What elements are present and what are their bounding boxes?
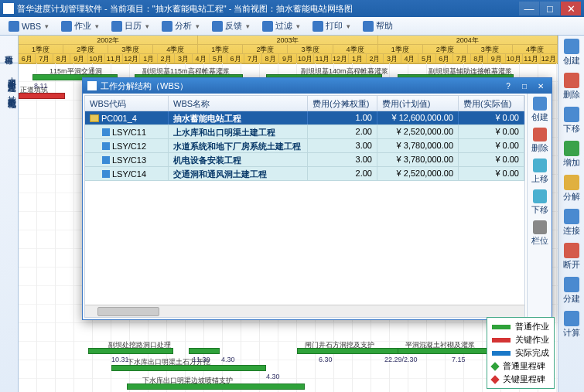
- grid-hscroll[interactable]: [85, 305, 524, 317]
- month-cell: 10月: [297, 54, 314, 63]
- maximize-button[interactable]: □: [540, 2, 560, 15]
- page-icon: [102, 156, 110, 164]
- dialog-help-button[interactable]: ?: [502, 80, 514, 91]
- month-cell: 10月: [88, 54, 105, 63]
- scroll-thumb[interactable]: [97, 307, 159, 316]
- month-cell: 7月: [244, 54, 261, 63]
- col-header[interactable]: 费用(计划值): [377, 96, 459, 111]
- toolbar-feedback-button[interactable]: 反馈: [208, 19, 254, 33]
- month-cell: 1月: [349, 54, 366, 63]
- delete-icon: [564, 73, 579, 88]
- year-cell: 2003年: [198, 36, 377, 44]
- gantt-date: 4.30: [221, 356, 235, 363]
- rtool-calc-button[interactable]: 计算: [563, 311, 580, 339]
- close-button[interactable]: ✕: [561, 2, 581, 15]
- legend-swatch: [492, 351, 511, 356]
- gantt-date: 22.29/2.30: [384, 356, 418, 363]
- gantt-header: 2002年2003年2004年 1季度2季度3季度4季度1季度2季度3季度4季度…: [19, 36, 558, 64]
- print-icon: [312, 21, 323, 32]
- legend-swatch: [492, 338, 511, 343]
- quarter-cell: 3季度: [468, 45, 513, 53]
- gantt-label: 副坝坝基115m高程帷幕灌浆: [142, 66, 230, 77]
- legend-row: 实际完成: [492, 347, 549, 359]
- wbs-row[interactable]: LSY/C12水道系统和地下厂房系统土建工程3.00¥ 3,780,000.00…: [85, 139, 524, 153]
- gantt-bar[interactable]: [189, 348, 220, 354]
- page-icon: [102, 142, 110, 150]
- month-cell: 6月: [19, 54, 36, 63]
- down-icon: [564, 107, 579, 122]
- month-cell: 2月: [367, 54, 384, 63]
- month-cell: 5月: [210, 54, 227, 63]
- work-icon: [61, 21, 72, 32]
- quarter-cell: 4季度: [513, 45, 558, 53]
- month-cell: 9月: [279, 54, 296, 63]
- rtool-decompose-button[interactable]: 分解: [563, 175, 580, 203]
- toolbar-filter-button[interactable]: 过滤: [258, 19, 304, 33]
- quarter-cell: 1季度: [198, 45, 243, 53]
- toolbar-help-button[interactable]: 帮助: [359, 19, 397, 33]
- rtool-create-button[interactable]: 创建: [563, 39, 580, 66]
- month-cell: 12月: [123, 54, 140, 63]
- dlg-side-down-button[interactable]: 下移: [531, 189, 548, 216]
- rtool-down-button[interactable]: 下移: [563, 107, 580, 135]
- gantt-date: 7.15: [452, 356, 466, 363]
- break-icon: [564, 243, 579, 258]
- month-cell: 1月: [140, 54, 157, 63]
- minimize-button[interactable]: —: [519, 2, 539, 15]
- grid-header: WBS代码WBS名称费用(分摊权重)费用(计划值)费用(实际值): [85, 96, 524, 111]
- wbs-row[interactable]: LSY/C14交通洞和通风洞土建工程2.00¥ 2,520,000.00¥ 0.…: [85, 167, 524, 181]
- toolbar-analyze-button[interactable]: 分析: [158, 19, 203, 33]
- col-header[interactable]: 费用(分摊权重): [308, 96, 377, 111]
- rtool-connect-button[interactable]: 连接: [563, 209, 580, 237]
- dlg-side-delete-button[interactable]: 删除: [531, 128, 548, 154]
- left-column: 项目名称 上水库和出口明渠土建工程 抽水蓄能电站工程: [0, 36, 19, 392]
- wbs-row[interactable]: PC001_4抽水蓄能电站工程1.00¥ 12,600,000.00¥ 0.00: [85, 111, 524, 125]
- legend-diamond: [490, 375, 499, 383]
- wbs-grid[interactable]: WBS代码WBS名称费用(分摊权重)费用(计划值)费用(实际值) PC001_4…: [84, 95, 525, 318]
- wbs-row[interactable]: LSY/C13机电设备安装工程3.00¥ 3,780,000.00¥ 0.00: [85, 153, 524, 167]
- dlg-side-create-button[interactable]: 创建: [531, 97, 548, 123]
- month-cell: 12月: [541, 54, 558, 63]
- feedback-icon: [212, 21, 223, 32]
- gantt-label: 115m平洞交通洞: [50, 66, 102, 77]
- month-cell: 10月: [506, 54, 523, 63]
- rtool-clone-button[interactable]: 分建: [563, 277, 580, 305]
- col-header[interactable]: WBS代码: [85, 96, 169, 111]
- wbs-row[interactable]: LSY/C11上水库和出口明渠土建工程2.00¥ 2,520,000.00¥ 0…: [85, 125, 524, 139]
- create-icon: [533, 97, 547, 111]
- toolbar-print-button[interactable]: 打印: [309, 19, 354, 33]
- toolbar-work-button[interactable]: 作业: [57, 19, 103, 33]
- gantt-date: 6.30: [319, 356, 333, 363]
- legend-row: 普通里程碑: [492, 360, 549, 372]
- dlg-side-up-button[interactable]: 上移: [531, 159, 548, 185]
- main-toolbar: WBS作业日历分析反馈过滤打印帮助: [0, 17, 584, 36]
- toolbar-wbs-button[interactable]: WBS: [5, 19, 53, 33]
- dialog-titlebar[interactable]: 工作分解结构（WBS） ? □ ✕: [83, 78, 552, 94]
- gantt-label: 闸门井石方洞挖及支护: [305, 340, 374, 350]
- quarter-cell: 2季度: [63, 45, 108, 53]
- dlg-side-col-button[interactable]: 栏位: [531, 220, 548, 247]
- month-cell: 7月: [453, 54, 470, 63]
- gantt-label: 平洞混凝土衬砌及灌浆: [405, 340, 475, 350]
- quarter-cell: 4季度: [153, 45, 198, 53]
- cal-icon: [111, 21, 122, 32]
- rtool-break-button[interactable]: 断开: [563, 243, 580, 271]
- quarter-cell: 3季度: [108, 45, 153, 53]
- col-header[interactable]: 费用(实际值): [459, 96, 524, 111]
- col-icon: [533, 220, 547, 234]
- right-toolbar: 创建删除下移增加分解连接断开分建计算: [558, 36, 584, 392]
- page-icon: [102, 128, 110, 136]
- year-cell: 2004年: [378, 36, 558, 44]
- dialog-restore-button[interactable]: □: [518, 80, 531, 91]
- rtool-delete-button[interactable]: 删除: [563, 73, 580, 101]
- decompose-icon: [564, 175, 579, 190]
- rtool-add-button[interactable]: 增加: [563, 141, 580, 169]
- up-icon: [533, 159, 547, 172]
- toolbar-cal-button[interactable]: 日历: [108, 19, 153, 33]
- quarter-cell: 2季度: [243, 45, 288, 53]
- col-header[interactable]: WBS名称: [169, 96, 308, 111]
- left-col-header: 项目名称: [0, 36, 18, 63]
- page-icon: [102, 170, 110, 178]
- wbs-dialog[interactable]: 工作分解结构（WBS） ? □ ✕ WBS代码WBS名称费用(分摊权重)费用(计…: [82, 77, 552, 320]
- dialog-close-button[interactable]: ✕: [534, 80, 547, 91]
